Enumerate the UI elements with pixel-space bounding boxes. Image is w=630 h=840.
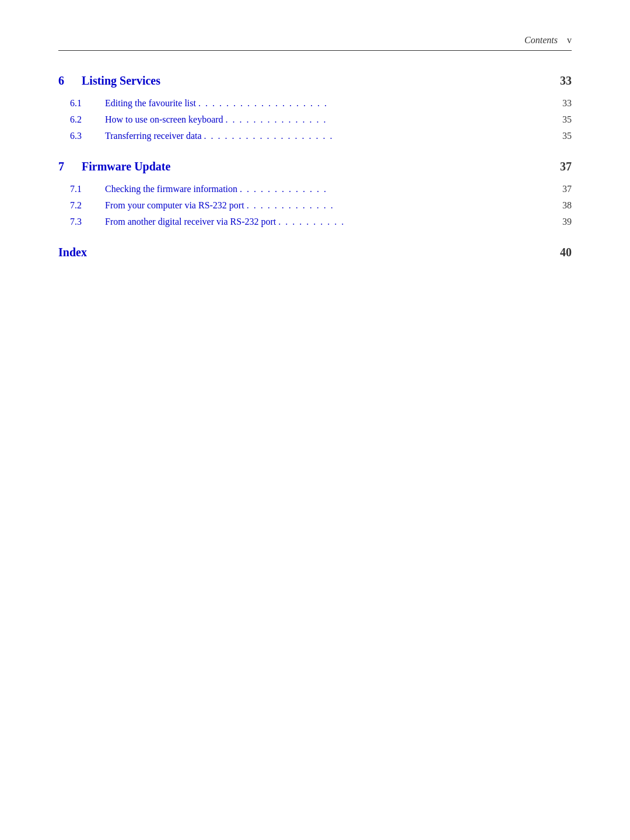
section-7-2-num: 7.2 (70, 200, 105, 211)
section-7-1-row: 7.1 Checking the firmware information . … (58, 184, 572, 194)
toc-content: 6 Listing Services 33 6.1 Editing the fa… (58, 74, 572, 259)
section-7-2-page: 38 (548, 200, 572, 211)
page: Contents v 6 Listing Services 33 6.1 Edi… (0, 0, 630, 840)
section-6-1-row: 6.1 Editing the favourite list . . . . .… (58, 98, 572, 109)
chapter-7-section: 7 Firmware Update 37 7.1 Checking the fi… (58, 160, 572, 227)
section-6-3-title: Transferring receiver data (105, 131, 202, 141)
header-page: v (567, 35, 572, 46)
section-7-1-dots: . . . . . . . . . . . . . (240, 184, 546, 194)
section-6-2-dots: . . . . . . . . . . . . . . . (226, 114, 546, 125)
chapter-7-title: Firmware Update (82, 160, 548, 173)
section-7-1-num: 7.1 (70, 184, 105, 194)
chapter-6-row: 6 Listing Services 33 (58, 74, 572, 88)
section-6-3-dots: . . . . . . . . . . . . . . . . . . . (204, 131, 546, 141)
section-7-2-title: From your computer via RS-232 port (105, 200, 244, 211)
section-7-1-title: Checking the firmware information (105, 184, 237, 194)
chapter-6-title: Listing Services (82, 74, 548, 88)
section-7-3-num: 7.3 (70, 217, 105, 227)
section-6-3-row: 6.3 Transferring receiver data . . . . .… (58, 131, 572, 141)
section-6-3-num: 6.3 (70, 131, 105, 141)
chapter-6-section: 6 Listing Services 33 6.1 Editing the fa… (58, 74, 572, 141)
section-6-2-num: 6.2 (70, 114, 105, 125)
section-6-1-title: Editing the favourite list (105, 98, 196, 109)
section-6-3-page: 35 (548, 131, 572, 141)
section-6-2-title: How to use on-screen keyboard (105, 114, 223, 125)
section-7-3-row: 7.3 From another digital receiver via RS… (58, 217, 572, 227)
index-title: Index (58, 246, 548, 259)
index-page: 40 (548, 246, 572, 259)
index-row: Index 40 (58, 246, 572, 259)
section-6-1-dots: . . . . . . . . . . . . . . . . . . . (198, 98, 546, 109)
section-7-2-row: 7.2 From your computer via RS-232 port .… (58, 200, 572, 211)
index-section: Index 40 (58, 246, 572, 259)
chapter-6-num: 6 (58, 74, 82, 88)
section-6-2-page: 35 (548, 114, 572, 125)
section-7-3-dots: . . . . . . . . . . (278, 217, 546, 227)
section-6-2-row: 6.2 How to use on-screen keyboard . . . … (58, 114, 572, 125)
section-7-3-page: 39 (548, 217, 572, 227)
section-7-2-dots: . . . . . . . . . . . . . (247, 200, 546, 211)
chapter-7-num: 7 (58, 160, 82, 173)
section-7-1-page: 37 (548, 184, 572, 194)
section-6-1-page: 33 (548, 98, 572, 109)
header-label: Contents (524, 35, 558, 46)
section-7-3-title: From another digital receiver via RS-232… (105, 217, 276, 227)
section-6-1-num: 6.1 (70, 98, 105, 109)
page-header: Contents v (58, 35, 572, 51)
chapter-7-page: 37 (548, 160, 572, 173)
chapter-6-page: 33 (548, 74, 572, 88)
chapter-7-row: 7 Firmware Update 37 (58, 160, 572, 173)
